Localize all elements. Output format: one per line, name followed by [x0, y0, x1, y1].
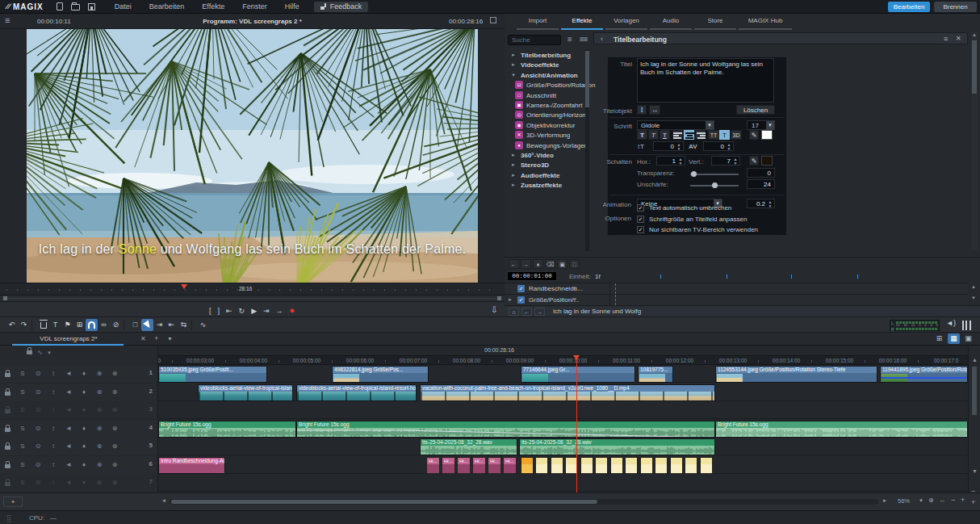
transparenz-slider[interactable] [690, 174, 739, 175]
clip[interactable]: 510035935.jpeg Größe/Positi... [158, 366, 267, 383]
fx-icon[interactable]: ⊕ [94, 405, 105, 415]
marker-icon[interactable]: ⚑ [61, 319, 73, 331]
shadow-color-swatch[interactable] [761, 156, 773, 166]
record-arm-icon[interactable]: ⊙ [32, 405, 44, 415]
tab-effekte[interactable]: Effekte [561, 17, 603, 28]
monitor-undock-icon[interactable] [490, 17, 496, 23]
underline-button[interactable]: T [660, 130, 670, 140]
lock-icon[interactable] [2, 424, 13, 434]
zoom-fit-icon[interactable]: ⊕ [928, 497, 934, 504]
hscroll-thumb[interactable] [171, 500, 597, 504]
preview-playhead[interactable] [181, 284, 187, 289]
clip[interactable]: Intro Randbeschneidung-Aus... [158, 457, 225, 474]
kf-scroll-down-icon[interactable]: ▼ [971, 296, 976, 300]
menu-item-datei[interactable]: Datei [111, 2, 135, 10]
move-icon[interactable]: ⊕ [109, 478, 120, 488]
clip[interactable] [640, 457, 653, 474]
sort-list-icon[interactable]: ≡ [567, 35, 572, 44]
solo-icon[interactable]: S [17, 424, 28, 434]
save-file-icon[interactable] [88, 3, 95, 10]
clip[interactable] [655, 457, 668, 474]
clip[interactable]: Hi... [503, 457, 517, 474]
mouse-mode-pointer-icon[interactable] [141, 319, 153, 331]
text-cursor-button[interactable]: I [637, 105, 647, 115]
back-icon[interactable]: ‹ [601, 35, 603, 43]
next-keyframe-icon[interactable]: → [521, 259, 531, 269]
clip[interactable]: videoblocks-aerial-view-of-tropical-isla… [296, 384, 417, 401]
add-tab-icon[interactable]: + [154, 334, 158, 342]
tree-item-3d-verformung[interactable]: ✕3D-Verformung [505, 131, 585, 140]
multicam-view-icon[interactable]: ▣ [962, 333, 974, 344]
storyboard-view-icon[interactable]: ⊞ [933, 333, 945, 344]
fx-icon[interactable]: ⊕ [94, 388, 105, 397]
clip[interactable]: Bright Future 15s.ogg [296, 421, 715, 438]
object-home-icon[interactable]: ⌂ [509, 308, 519, 316]
tab-import[interactable]: Import [517, 17, 559, 28]
volume-icon[interactable]: ♦ [78, 424, 90, 434]
clip[interactable]: videoblocks-aerial-view-of-tropical-isla… [198, 384, 293, 401]
zoom-level-label[interactable]: 56% [898, 497, 910, 505]
text-icon[interactable]: T [49, 319, 61, 331]
font-select[interactable]: Gidole ▼ [637, 120, 714, 130]
solo-icon[interactable]: S [17, 369, 28, 379]
transition-icon[interactable]: ↕ [48, 388, 59, 397]
clip[interactable] [610, 457, 623, 474]
tree-item-videoeffekte[interactable]: ►Videoeffekte [505, 61, 585, 70]
hscroll-right-icon[interactable]: ► [882, 498, 887, 503]
clip[interactable]: Hi... [426, 457, 440, 474]
snap-icon[interactable] [86, 319, 98, 331]
lock-icon[interactable] [2, 388, 13, 397]
timeline-hscrollbar[interactable] [170, 499, 878, 505]
tree-item-360-video[interactable]: ►360°-Video [505, 151, 585, 161]
tab-store[interactable]: Store [694, 17, 736, 28]
timeline-view-icon[interactable]: ▦ [948, 333, 960, 344]
tree-item-ausschnitt[interactable]: □Ausschnitt [505, 91, 585, 101]
keyframe-row-checkbox[interactable]: ✓ [517, 285, 525, 292]
mixer-icon[interactable] [962, 321, 971, 330]
mute-icon[interactable]: ◄ [63, 442, 74, 451]
track-zoom-out-icon[interactable]: − [971, 487, 975, 495]
delete-icon[interactable] [37, 319, 49, 331]
move-icon[interactable]: ⊕ [109, 460, 120, 470]
mute-icon[interactable]: ◄ [63, 388, 74, 397]
mode-burn-button[interactable]: Brennen [934, 2, 977, 12]
delete-title-button[interactable]: Löschen [736, 105, 775, 115]
volume-icon[interactable]: ♦ [78, 405, 90, 415]
prev-object-icon[interactable]: ← [521, 308, 532, 316]
sort-tree-icon[interactable]: ≡≡ [580, 35, 588, 44]
range-icon[interactable]: □ [129, 319, 141, 331]
keyframe-row-checkbox[interactable]: ✓ [517, 296, 525, 304]
lock-icon[interactable] [2, 405, 13, 415]
open-file-icon[interactable] [71, 4, 80, 10]
keyframe-timecode[interactable]: 00:00:01:00 [507, 271, 557, 281]
solo-icon[interactable]: S [17, 442, 28, 451]
option-checkbox[interactable]: ✓ [637, 216, 644, 223]
transition-icon[interactable]: ↕ [48, 460, 59, 470]
clip[interactable]: Hi... [472, 457, 486, 474]
fullscreen-view-icon[interactable]: □ [977, 333, 980, 344]
chevron-right-icon[interactable]: ► [508, 297, 513, 302]
unschaerfe-slider[interactable] [690, 185, 739, 187]
volume-icon[interactable]: ♦ [78, 369, 90, 379]
shadow-color-picker-icon[interactable]: ✎ [749, 156, 759, 166]
clip[interactable]: 10819775... [638, 366, 673, 383]
kerning-stepper[interactable]: 0▲▼ [703, 141, 734, 151]
panel-close-icon[interactable]: ✕ [956, 35, 961, 42]
clip[interactable] [595, 457, 608, 474]
move-icon[interactable]: ⊕ [109, 405, 120, 415]
move-icon[interactable]: ⊕ [109, 424, 120, 434]
lock-icon[interactable] [2, 442, 13, 451]
panel-menu-icon[interactable]: ≡ [944, 35, 948, 43]
next-object-icon[interactable]: → [534, 308, 545, 316]
grid-icon[interactable]: ⣿ [6, 514, 12, 522]
move-icon[interactable]: ⊕ [109, 388, 120, 397]
timeline-vscrollbar[interactable]: ▲ ▼ [968, 346, 980, 493]
lock-icon[interactable] [27, 350, 32, 354]
preview-scrollbar[interactable] [0, 296, 505, 301]
align-right-button[interactable] [695, 130, 706, 140]
tab-vorlagen[interactable]: Vorlagen [605, 17, 647, 28]
record-arm-icon[interactable]: ⊙ [32, 442, 44, 451]
clip[interactable] [700, 457, 713, 474]
fx-icon[interactable]: ⊕ [94, 442, 105, 451]
clip[interactable]: Hi... [442, 457, 455, 474]
